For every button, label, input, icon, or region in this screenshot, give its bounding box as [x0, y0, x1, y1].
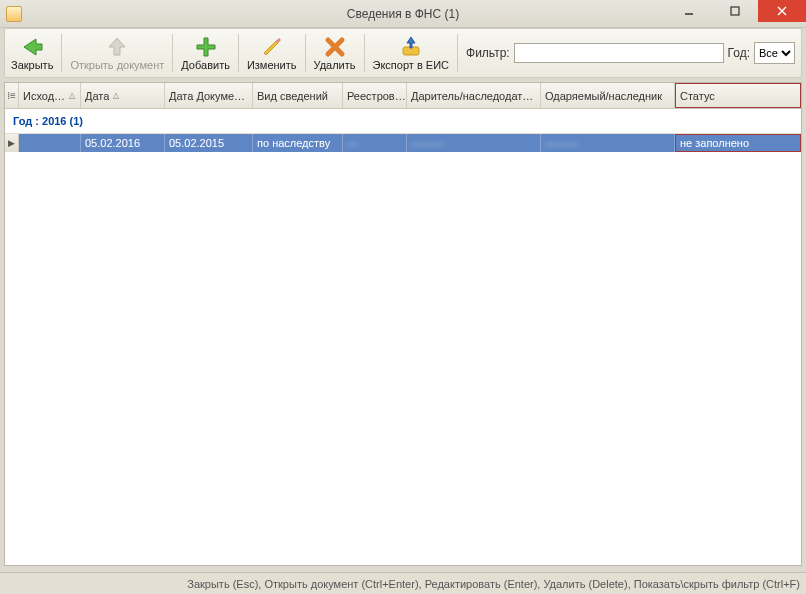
col-doc-date[interactable]: Дата Докуме…	[165, 83, 253, 108]
svg-rect-1	[731, 7, 739, 15]
delete-x-icon	[323, 35, 347, 59]
titlebar: Сведения в ФНС (1)	[0, 0, 806, 28]
window-buttons	[666, 0, 806, 27]
close-window-button[interactable]	[758, 0, 806, 22]
delete-button[interactable]: Удалить	[308, 29, 362, 77]
group-label: Год : 2016 (1)	[13, 115, 83, 127]
add-label: Добавить	[181, 59, 230, 71]
cell-outgoing	[19, 134, 81, 152]
minimize-button[interactable]	[666, 0, 712, 22]
app-icon	[6, 6, 22, 22]
year-select[interactable]: Все	[754, 42, 795, 64]
cell-type: по наследству	[253, 134, 343, 152]
arrow-up-icon	[105, 35, 129, 59]
year-label: Год:	[728, 46, 750, 60]
group-row[interactable]: Год : 2016 (1)	[5, 109, 801, 134]
cell-date: 05.02.2016	[81, 134, 165, 152]
cell-registry: —	[343, 134, 407, 152]
arrow-left-icon	[20, 35, 44, 59]
row-indicator-icon: ▶	[5, 134, 19, 152]
cell-recipient: ———	[541, 134, 675, 152]
col-date[interactable]: Дата△	[81, 83, 165, 108]
export-button[interactable]: Экспорт в ЕИС	[367, 29, 455, 77]
delete-label: Удалить	[314, 59, 356, 71]
grid-header: ⁞≡ Исход…△ Дата△ Дата Докуме… Вид сведен…	[5, 83, 801, 109]
edit-button[interactable]: Изменить	[241, 29, 303, 77]
status-bar: Закрыть (Esc), Открыть документ (Ctrl+En…	[0, 572, 806, 594]
export-label: Экспорт в ЕИС	[373, 59, 449, 71]
add-button[interactable]: Добавить	[175, 29, 236, 77]
plus-icon	[194, 35, 218, 59]
cell-status: не заполнено	[675, 134, 801, 152]
close-button[interactable]: Закрыть	[5, 29, 59, 77]
pencil-icon	[260, 35, 284, 59]
table-row[interactable]: 05.02.2016 05.02.2015 по наследству — ——…	[19, 134, 801, 152]
edit-label: Изменить	[247, 59, 297, 71]
filter-label: Фильтр:	[466, 46, 510, 60]
sort-asc-icon: △	[113, 91, 119, 100]
open-doc-label: Открыть документ	[70, 59, 164, 71]
sort-asc-icon: △	[69, 91, 75, 100]
toolbar: Закрыть Открыть документ Добавить Измени…	[4, 28, 802, 78]
col-outgoing[interactable]: Исход…△	[19, 83, 81, 108]
status-text: Закрыть (Esc), Открыть документ (Ctrl+En…	[187, 578, 800, 590]
col-recipient[interactable]: Одаряемый/наследник	[541, 83, 675, 108]
column-chooser-icon[interactable]: ⁞≡	[5, 83, 19, 108]
col-registry[interactable]: Реестров…	[343, 83, 407, 108]
col-status[interactable]: Статус	[675, 83, 801, 108]
close-button-label: Закрыть	[11, 59, 53, 71]
col-donor[interactable]: Даритель/наследодат…	[407, 83, 541, 108]
data-grid: ⁞≡ Исход…△ Дата△ Дата Докуме… Вид сведен…	[4, 82, 802, 566]
filter-group: Фильтр: Год: Все	[466, 42, 795, 64]
open-doc-button[interactable]: Открыть документ	[64, 29, 170, 77]
export-icon	[399, 35, 423, 59]
maximize-button[interactable]	[712, 0, 758, 22]
col-type[interactable]: Вид сведений	[253, 83, 343, 108]
filter-input[interactable]	[514, 43, 724, 63]
cell-doc-date: 05.02.2015	[165, 134, 253, 152]
cell-donor: ———	[407, 134, 541, 152]
